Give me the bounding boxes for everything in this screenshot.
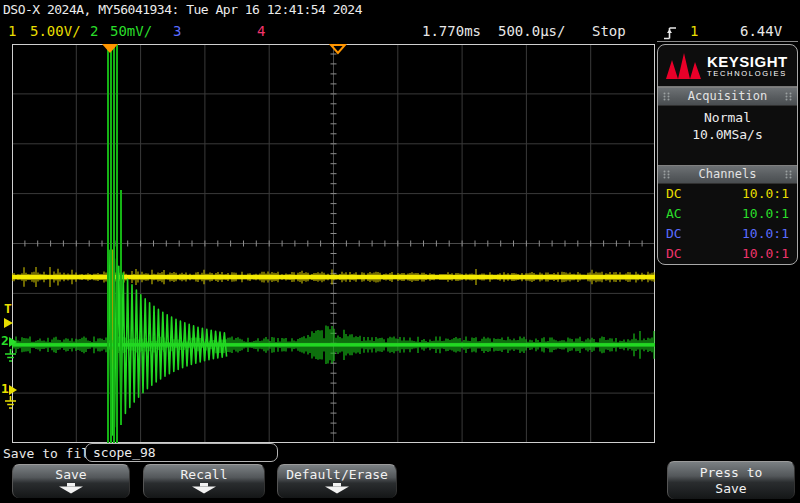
press-to-save-softkey[interactable]: Press to Save bbox=[667, 461, 795, 499]
ch1-position-marker-icon[interactable] bbox=[9, 385, 17, 395]
trigger-level-marker-label[interactable]: T bbox=[4, 303, 12, 315]
ch2-number[interactable]: 2 bbox=[90, 23, 98, 39]
save-softkey-label: Save bbox=[13, 467, 129, 482]
timebase-readout: 500.0µs/ bbox=[498, 23, 565, 39]
ch2-probe-ratio: 10.0:1 bbox=[742, 204, 789, 224]
recall-softkey[interactable]: Recall bbox=[143, 464, 265, 498]
trigger-edge-icon bbox=[663, 25, 677, 41]
brand-name: KEYSIGHT bbox=[707, 54, 788, 69]
channels-header-label: Channels bbox=[699, 167, 757, 181]
trigger-time-marker bbox=[102, 44, 118, 53]
ch2-coupling: AC bbox=[666, 204, 682, 224]
ch4-number[interactable]: 4 bbox=[257, 23, 265, 39]
ch3-coupling: DC bbox=[666, 224, 682, 244]
menu-down-arrow-icon bbox=[58, 483, 84, 494]
grip-icon bbox=[663, 170, 670, 179]
ch2-scale[interactable]: 50mV/ bbox=[110, 23, 152, 39]
ch4-probe-ratio: 10.0:1 bbox=[742, 244, 789, 264]
press-to-save-line1: Press to bbox=[668, 465, 794, 481]
ch4-coupling: DC bbox=[666, 244, 682, 264]
ch2-position-marker-icon[interactable] bbox=[9, 337, 17, 347]
ch1-coupling: DC bbox=[666, 184, 682, 204]
instrument-title: DSO-X 2024A, MY56041934: Tue Apr 16 12:4… bbox=[3, 2, 362, 17]
run-state: Stop bbox=[592, 23, 626, 39]
default-erase-softkey[interactable]: Default/Erase bbox=[277, 464, 397, 498]
grip-icon bbox=[785, 170, 792, 179]
channel-row-4: DC 10.0:1 bbox=[658, 244, 797, 264]
brand-subtitle: TECHNOLOGIES bbox=[707, 69, 788, 78]
panel-top-divider bbox=[657, 41, 798, 42]
keysight-spark-icon bbox=[666, 51, 702, 81]
default-erase-softkey-label: Default/Erase bbox=[278, 467, 396, 482]
waveform-display bbox=[12, 44, 655, 443]
grip-icon bbox=[663, 92, 670, 101]
channel-row-1: DC 10.0:1 bbox=[658, 184, 797, 204]
ch1-number[interactable]: 1 bbox=[8, 23, 16, 39]
info-panel: KEYSIGHT TECHNOLOGIES Acquisition Normal… bbox=[657, 44, 798, 265]
filename-input[interactable]: scope_98 bbox=[85, 443, 278, 462]
channels-header: Channels bbox=[658, 165, 797, 184]
menu-down-arrow-icon bbox=[324, 483, 350, 494]
trigger-level-readout: 6.44V bbox=[740, 23, 782, 39]
trigger-source: 1 bbox=[690, 23, 698, 39]
grip-icon bbox=[785, 92, 792, 101]
ch2-ground-icon bbox=[4, 349, 17, 363]
graticule bbox=[12, 44, 655, 443]
channel-row-3: DC 10.0:1 bbox=[658, 224, 797, 244]
ch3-number[interactable]: 3 bbox=[173, 23, 181, 39]
sample-rate: 10.0MSa/s bbox=[658, 126, 797, 143]
ch1-ground-icon bbox=[4, 396, 17, 410]
delay-readout: 1.770ms bbox=[422, 23, 481, 39]
menu-down-arrow-icon bbox=[191, 483, 217, 494]
ch2-position-marker-label[interactable]: 2 bbox=[1, 335, 9, 347]
ch3-probe-ratio: 10.0:1 bbox=[742, 224, 789, 244]
acquisition-header: Acquisition bbox=[658, 87, 797, 106]
press-to-save-line2: Save bbox=[668, 481, 794, 497]
channel-row-2: AC 10.0:1 bbox=[658, 204, 797, 224]
ch1-position-marker-label[interactable]: 1 bbox=[1, 383, 9, 395]
keysight-logo: KEYSIGHT TECHNOLOGIES bbox=[658, 45, 797, 87]
acquisition-mode: Normal bbox=[658, 109, 797, 126]
ch1-scale[interactable]: 5.00V/ bbox=[30, 23, 81, 39]
trigger-level-marker-icon[interactable] bbox=[4, 318, 13, 328]
ch1-probe-ratio: 10.0:1 bbox=[742, 184, 789, 204]
save-softkey[interactable]: Save bbox=[12, 464, 130, 498]
recall-softkey-label: Recall bbox=[144, 467, 264, 482]
acquisition-header-label: Acquisition bbox=[688, 89, 767, 103]
